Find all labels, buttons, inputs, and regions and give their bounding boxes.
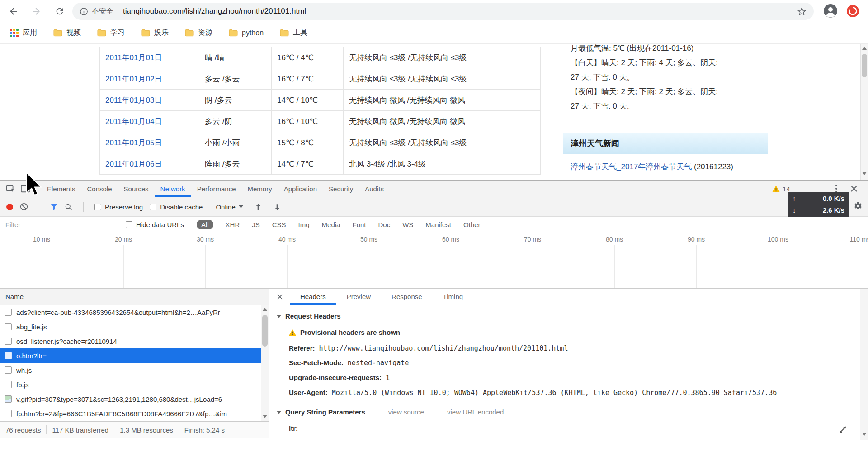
detail-tab-timing[interactable]: Timing: [433, 289, 473, 305]
detail-tab-preview[interactable]: Preview: [336, 289, 381, 305]
network-overview-timeline[interactable]: 10 ms 20 ms 30 ms 40 ms 50 ms 60 ms 70 m…: [0, 233, 868, 289]
filter-type-other[interactable]: Other: [463, 221, 481, 228]
hide-data-urls-toggle[interactable]: Hide data URLs: [126, 221, 184, 228]
requests-scrollbar[interactable]: [261, 305, 269, 421]
detail-scrollbar[interactable]: [860, 289, 868, 440]
request-row-selected[interactable]: o.htm?ltr=: [0, 348, 261, 363]
inspect-element-button[interactable]: [4, 182, 18, 195]
filter-input[interactable]: [5, 221, 118, 228]
temp-cell: 15℃ / 8℃: [272, 132, 344, 153]
resize-corner-icon[interactable]: [838, 425, 848, 436]
page-scrollbar[interactable]: [860, 44, 868, 180]
requests-list: ads?client=ca-pub-4334685396432654&outpu…: [0, 305, 261, 421]
tab-console[interactable]: Console: [81, 181, 118, 197]
filter-type-manifest[interactable]: Manifest: [425, 221, 451, 228]
devtools-close-button[interactable]: [851, 181, 857, 197]
address-bar[interactable]: 不安全 tianqihoubao.com/lishi/zhangzhou/mon…: [72, 3, 814, 20]
scroll-down-arrow[interactable]: [862, 433, 867, 436]
scroll-up-arrow[interactable]: [862, 47, 867, 50]
request-row[interactable]: fp.htm?br=2&fp=666C1B5FADE8C5B68ED08FA49…: [0, 406, 261, 421]
tab-security[interactable]: Security: [323, 181, 359, 197]
query-string-section[interactable]: Query String Parameters view source view…: [277, 407, 858, 417]
filter-type-font[interactable]: Font: [352, 221, 366, 228]
tab-sources[interactable]: Sources: [118, 181, 155, 197]
weather-date-link[interactable]: 2011年01月05日: [100, 132, 199, 153]
clear-button[interactable]: [20, 203, 28, 211]
bookmark-folder-python[interactable]: python: [229, 29, 264, 37]
search-button[interactable]: [65, 203, 72, 211]
console-warning-badge[interactable]: 14: [772, 181, 790, 197]
filter-type-xhr[interactable]: XHR: [226, 221, 240, 228]
bookmark-folder-tools[interactable]: 工具: [280, 28, 307, 38]
hide-data-urls-checkbox[interactable]: [126, 221, 132, 228]
weather-date-link[interactable]: 2011年01月03日: [100, 90, 199, 110]
request-row[interactable]: v.gif?pid=307&type=3071&sc=1263,2191,128…: [0, 392, 261, 406]
import-har-button[interactable]: [255, 203, 262, 211]
request-headers-section[interactable]: Request Headers: [277, 311, 858, 321]
view-source-link[interactable]: view source: [388, 407, 424, 417]
scroll-down-arrow[interactable]: [862, 172, 867, 175]
weather-date-link[interactable]: 2011年01月01日: [100, 47, 199, 68]
tick-label: 90 ms: [688, 236, 705, 243]
filter-type-media[interactable]: Media: [322, 221, 340, 228]
requests-column-header[interactable]: Name: [0, 289, 269, 305]
filter-type-css[interactable]: CSS: [272, 221, 286, 228]
request-row[interactable]: fb.js: [0, 377, 261, 392]
tab-elements[interactable]: Elements: [41, 181, 81, 197]
detail-close-button[interactable]: [277, 294, 283, 300]
bookmark-folder-study[interactable]: 学习: [97, 28, 125, 38]
weather-date-link[interactable]: 2011年01月06日: [100, 153, 199, 174]
export-har-button[interactable]: [274, 203, 281, 211]
bookmark-label: 资源: [198, 28, 212, 38]
view-url-encoded-link[interactable]: view URL encoded: [447, 407, 504, 417]
tab-performance[interactable]: Performance: [191, 181, 242, 197]
profile-avatar[interactable]: [824, 4, 837, 19]
tab-memory[interactable]: Memory: [242, 181, 278, 197]
tab-audits[interactable]: Audits: [359, 181, 390, 197]
throttling-dropdown[interactable]: Online: [216, 203, 243, 211]
weather-cell: 阵雨 /多云: [199, 153, 272, 174]
filter-type-img[interactable]: Img: [298, 221, 310, 228]
news-link[interactable]: 漳州春节天气_2017年漳州春节天气: [571, 162, 692, 171]
filter-type-js[interactable]: JS: [252, 221, 260, 228]
request-row[interactable]: osd_listener.js?cache=r20110914: [0, 334, 261, 348]
weather-date-link[interactable]: 2011年01月02日: [100, 68, 199, 89]
filter-type-all[interactable]: All: [197, 220, 213, 229]
disable-cache-checkbox[interactable]: [150, 204, 156, 210]
table-row: 2011年01月01日 晴 /晴 16℃ / 4℃ 无持续风向 ≤3级 /无持续…: [100, 47, 540, 68]
detail-tab-response[interactable]: Response: [381, 289, 433, 305]
filter-toggle-button[interactable]: [50, 203, 58, 210]
bookmark-folder-video[interactable]: 视频: [53, 28, 81, 38]
tick-gridline: [369, 245, 369, 288]
request-row[interactable]: ads?client=ca-pub-4334685396432654&outpu…: [0, 305, 261, 319]
devtools-settings-button[interactable]: [854, 201, 863, 212]
browser-extension-icon[interactable]: [847, 5, 859, 19]
disable-cache-toggle[interactable]: Disable cache: [150, 203, 203, 211]
tab-application[interactable]: Application: [278, 181, 323, 197]
scroll-down-arrow[interactable]: [263, 415, 267, 418]
forward-button[interactable]: [28, 3, 44, 19]
request-row[interactable]: wh.js: [0, 363, 261, 377]
download-speed: 2.6 K/s: [823, 205, 844, 216]
back-button[interactable]: [5, 3, 22, 19]
weather-date-link[interactable]: 2011年01月04日: [100, 111, 199, 132]
bookmark-folder-resources[interactable]: 资源: [185, 28, 212, 38]
detail-tab-headers[interactable]: Headers: [290, 289, 336, 305]
bookmark-folder-entertainment[interactable]: 娱乐: [141, 28, 169, 38]
news-box-title: 漳州天气新闻: [563, 133, 768, 154]
throttling-value: Online: [216, 203, 235, 211]
preserve-log-toggle[interactable]: Preserve log: [94, 203, 143, 211]
preserve-log-checkbox[interactable]: [94, 204, 101, 210]
security-chip[interactable]: 不安全: [80, 7, 113, 16]
tab-network[interactable]: Network: [155, 181, 191, 197]
apps-shortcut[interactable]: 应用: [10, 28, 37, 38]
scroll-up-arrow[interactable]: [263, 308, 267, 311]
request-row[interactable]: abg_lite.js: [0, 319, 261, 334]
filter-type-doc[interactable]: Doc: [378, 221, 390, 228]
record-button[interactable]: [6, 204, 13, 210]
scroll-thumb[interactable]: [262, 315, 268, 347]
scroll-thumb[interactable]: [862, 54, 867, 77]
bookmark-star-button[interactable]: [797, 7, 807, 16]
reload-button[interactable]: [52, 3, 68, 19]
filter-type-ws[interactable]: WS: [402, 221, 413, 228]
